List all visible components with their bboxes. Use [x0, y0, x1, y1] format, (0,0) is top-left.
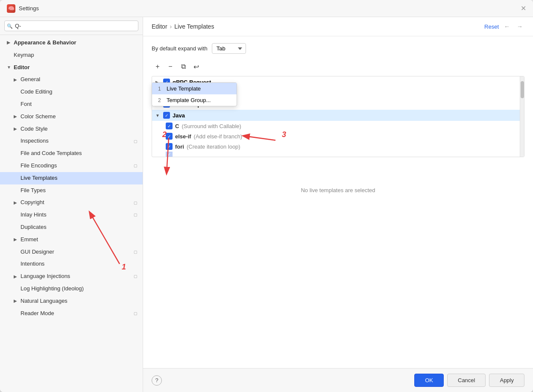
chevron-down-icon-java: ▼ — [155, 113, 161, 118]
window-title: Settings — [19, 5, 39, 12]
help-button[interactable]: ? — [152, 375, 162, 386]
add-dropdown-popup: 1 Live Template 2 Template Group... — [152, 82, 237, 106]
panel-actions: Reset ← → — [484, 22, 524, 31]
sidebar-item-code-style[interactable]: ▶ Code Style — [0, 123, 143, 135]
add-template-button[interactable]: + — [152, 61, 164, 73]
search-box — [0, 17, 143, 35]
chevron-right-icon-copyright: ▶ — [14, 199, 19, 206]
cancel-button[interactable]: Cancel — [447, 374, 486, 387]
item-desc-elseif: (Add else-if branch) — [194, 133, 242, 140]
sidebar-nav: ▶ Appearance & Behavior Keymap ▼ Editor — [0, 35, 143, 392]
chevron-right-icon: ▶ — [7, 39, 12, 46]
chevron-right-icon-general: ▶ — [14, 76, 19, 83]
reset-button[interactable]: Reset — [484, 23, 499, 30]
panel-body: By default expand with Tab Space Enter +… — [143, 36, 533, 368]
sidebar-item-keymap[interactable]: Keymap — [0, 49, 143, 61]
template-item-more: ✓ — [152, 152, 524, 157]
square-icon-reader: ▢ — [134, 310, 138, 316]
app-icon: 🧠 — [7, 4, 15, 13]
revert-icon: ↩ — [193, 63, 199, 71]
scrollbar-thumb[interactable] — [521, 81, 524, 98]
template-item-elseif[interactable]: ✓ else-if (Add else-if branch) — [152, 131, 524, 141]
sidebar-item-emmet[interactable]: ▶ Emmet — [0, 234, 143, 246]
dialog-buttons: OK Cancel Apply — [414, 374, 524, 387]
sidebar-item-file-templates[interactable]: File and Code Templates — [0, 147, 143, 160]
sidebar-item-copyright[interactable]: ▶ Copyright ▢ — [0, 196, 143, 209]
sidebar-item-appearance[interactable]: ▶ Appearance & Behavior — [0, 37, 143, 49]
right-content: Editor › Live Templates Reset ← → By def… — [143, 17, 533, 392]
sidebar-item-editor[interactable]: ▼ Editor — [0, 61, 143, 74]
checkbox-java[interactable]: ✓ — [163, 112, 170, 119]
breadcrumb-current: Live Templates — [174, 23, 214, 30]
item-abbr-c: C — [175, 123, 179, 129]
template-item-c[interactable]: ✓ C (Surround with Callable) — [152, 121, 524, 131]
checkbox-item-fori[interactable]: ✓ — [166, 143, 173, 150]
sidebar-item-file-types[interactable]: File Types — [0, 184, 143, 197]
copy-icon: ⧉ — [181, 63, 186, 70]
chevron-right-icon-codestyle: ▶ — [14, 126, 19, 132]
item-desc-fori: (Create iteration loop) — [187, 143, 240, 150]
sidebar-item-color-scheme[interactable]: ▶ Color Scheme — [0, 111, 143, 123]
checkbox-item-elseif[interactable]: ✓ — [166, 133, 173, 140]
dropdown-item-label-1: Live Template — [167, 85, 201, 92]
chevron-right-icon-emmet: ▶ — [14, 236, 19, 243]
expand-row: By default expand with Tab Space Enter — [152, 43, 524, 54]
scrollbar-track[interactable] — [520, 76, 524, 157]
dropdown-item-num-1: 1 — [158, 86, 163, 92]
square-icon-lang: ▢ — [134, 273, 138, 279]
apply-button[interactable]: Apply — [489, 374, 524, 387]
sidebar-item-duplicates[interactable]: Duplicates — [0, 221, 143, 234]
sidebar: ▶ Appearance & Behavior Keymap ▼ Editor — [0, 17, 143, 392]
square-icon-inlay: ▢ — [134, 212, 138, 218]
item-abbr-elseif: else-if — [175, 133, 191, 140]
square-icon-encodings: ▢ — [134, 163, 138, 169]
minus-icon: − — [168, 63, 172, 70]
copy-template-button[interactable]: ⧉ — [177, 61, 189, 73]
sidebar-item-natural-languages[interactable]: ▶ Natural Languages — [0, 295, 143, 307]
forward-arrow[interactable]: → — [515, 22, 524, 31]
square-icon-copyright: ▢ — [134, 200, 138, 206]
item-abbr-fori: fori — [175, 143, 184, 150]
chevron-right-icon-lang: ▶ — [14, 273, 19, 280]
back-arrow[interactable]: ← — [502, 22, 512, 31]
checkbox-item-c[interactable]: ✓ — [166, 123, 173, 129]
sidebar-item-inspections[interactable]: Inspections ▢ — [0, 135, 143, 147]
dropdown-item-num-2: 2 — [158, 97, 163, 103]
settings-window: 🧠 Settings ✕ ▶ Appearance & Behavior — [0, 0, 533, 392]
template-toolbar: + − ⧉ ↩ — [152, 61, 524, 73]
sidebar-item-log-highlighting[interactable]: Log Highlighting (Ideolog) — [0, 283, 143, 295]
search-input[interactable] — [4, 20, 138, 31]
expand-select[interactable]: Tab Space Enter — [212, 43, 246, 54]
template-item-fori[interactable]: ✓ fori (Create iteration loop) — [152, 141, 524, 152]
main-content: ▶ Appearance & Behavior Keymap ▼ Editor — [0, 17, 533, 392]
sidebar-item-file-encodings[interactable]: File Encodings ▢ — [0, 160, 143, 172]
ok-button[interactable]: OK — [414, 374, 444, 387]
dropdown-item-live-template[interactable]: 1 Live Template — [152, 83, 237, 94]
sidebar-item-intentions[interactable]: Intentions — [0, 258, 143, 270]
sidebar-item-gui-designer[interactable]: GUI Designer ▢ — [0, 246, 143, 258]
panel-header: Editor › Live Templates Reset ← → — [143, 17, 533, 36]
dropdown-item-template-group[interactable]: 2 Template Group... — [152, 94, 237, 106]
dropdown-item-label-2: Template Group... — [167, 97, 211, 103]
sidebar-item-live-templates[interactable]: Live Templates — [0, 172, 143, 184]
chevron-right-icon-natural: ▶ — [14, 298, 19, 304]
plus-icon: + — [155, 63, 159, 70]
sidebar-item-language-injections[interactable]: ▶ Language Injections ▢ — [0, 270, 143, 283]
breadcrumb-separator: › — [170, 23, 172, 30]
template-group-java[interactable]: ▼ ✓ Java — [152, 110, 524, 121]
sidebar-item-general[interactable]: ▶ General — [0, 73, 143, 86]
remove-template-button[interactable]: − — [164, 61, 176, 73]
sidebar-item-font[interactable]: Font — [0, 98, 143, 111]
revert-template-button[interactable]: ↩ — [190, 61, 202, 73]
no-selection-text: No live templates are selected — [152, 174, 524, 206]
chevron-right-icon-color: ▶ — [14, 113, 19, 120]
sidebar-item-inlay-hints[interactable]: Inlay Hints ▢ — [0, 209, 143, 221]
checkbox-item-more: ✓ — [166, 152, 173, 157]
close-button[interactable]: ✕ — [521, 4, 526, 12]
sidebar-item-code-editing[interactable]: Code Editing — [0, 86, 143, 98]
square-icon-gui: ▢ — [134, 249, 138, 255]
chevron-down-icon: ▼ — [7, 64, 12, 71]
breadcrumb-parent: Editor — [152, 23, 167, 30]
sidebar-item-reader-mode[interactable]: Reader Mode ▢ — [0, 307, 143, 320]
breadcrumb: Editor › Live Templates — [152, 23, 214, 30]
